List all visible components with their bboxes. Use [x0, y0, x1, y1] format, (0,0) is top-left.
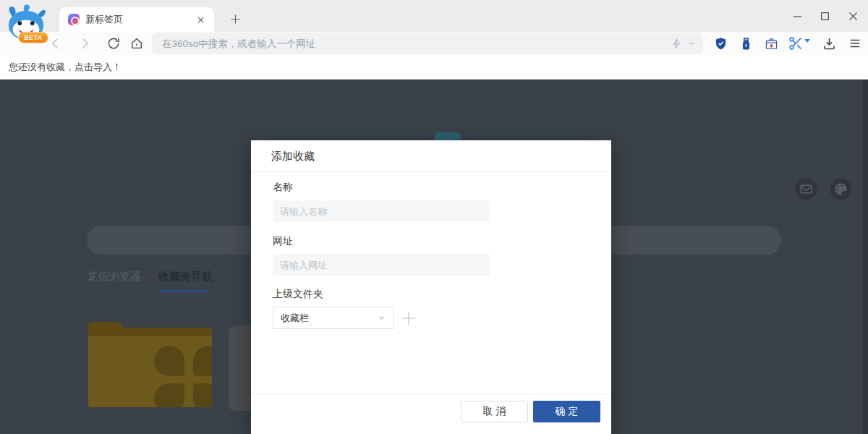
parent-folder-label: 上级文件夹 [273, 288, 323, 301]
active-tab-underline [158, 290, 210, 292]
folder-logo-petal [154, 383, 184, 407]
import-bookmarks-link[interactable]: 您还没有收藏，点击导入！ [9, 55, 122, 79]
browser-tab-new-tab[interactable]: 新标签页 [59, 7, 214, 32]
folder-logo-petal [193, 383, 212, 407]
page-tab-browser-nav: 龙信浏览器 [87, 270, 141, 284]
new-tab-button[interactable] [227, 11, 243, 27]
theme-palette-icon [830, 178, 852, 200]
bookmarks-bar: 您还没有收藏，点击导入！ [0, 55, 868, 80]
addressbar-chevron-down-icon[interactable] [687, 39, 696, 48]
folder-logo-petal [193, 346, 212, 376]
menu-icon[interactable] [846, 34, 864, 53]
name-field[interactable] [273, 200, 490, 222]
window-minimize-button[interactable] [789, 8, 805, 24]
refresh-button[interactable] [104, 34, 123, 53]
add-bookmark-dialog: 添加收藏 名称 网址 上级文件夹 收藏栏 取 消 确 定 [251, 140, 611, 434]
window-close-button[interactable] [845, 8, 861, 24]
cancel-button[interactable]: 取 消 [461, 401, 528, 422]
feedback-mail-icon [795, 178, 817, 200]
tab-title: 新标签页 [85, 13, 194, 26]
confirm-button[interactable]: 确 定 [533, 401, 600, 422]
dialog-title: 添加收藏 [271, 140, 315, 172]
home-button[interactable] [127, 34, 146, 53]
url-field[interactable] [273, 254, 490, 276]
download-icon[interactable] [820, 34, 838, 53]
add-folder-button[interactable] [400, 310, 417, 327]
screenshot-scissors-icon[interactable] [786, 34, 811, 53]
parent-folder-select[interactable]: 收藏栏 [273, 307, 394, 329]
address-input[interactable] [152, 33, 703, 54]
tab-close-icon[interactable] [194, 13, 207, 26]
selected-folder-value: 收藏栏 [281, 312, 377, 325]
tab-strip: BETA 新标签页 [0, 0, 868, 32]
address-bar[interactable] [152, 33, 703, 54]
usb-drive-icon[interactable] [736, 34, 755, 53]
dialog-footer: 取 消 确 定 [251, 393, 611, 434]
window-maximize-button[interactable] [817, 8, 833, 24]
first-aid-kit-icon[interactable] [762, 34, 780, 53]
folder-body-shape [88, 336, 212, 407]
name-label: 名称 [273, 181, 293, 194]
page-right-edge [863, 80, 868, 434]
navigation-toolbar [0, 32, 868, 55]
page-logo-partially-hidden [435, 132, 461, 140]
forward-button[interactable] [75, 34, 94, 53]
tab-favicon [68, 14, 80, 25]
bookmark-folder-icon [88, 322, 212, 407]
folder-logo-petal [154, 346, 184, 376]
dialog-header: 添加收藏 [251, 140, 611, 172]
page-tab-favorites-nav: 收藏夹导航 [158, 270, 213, 284]
beta-badge: BETA [18, 32, 48, 43]
select-chevron-down-icon [377, 313, 386, 323]
quick-actions-icon[interactable] [671, 38, 683, 50]
security-shield-icon[interactable] [711, 34, 730, 53]
url-label: 网址 [273, 235, 293, 248]
